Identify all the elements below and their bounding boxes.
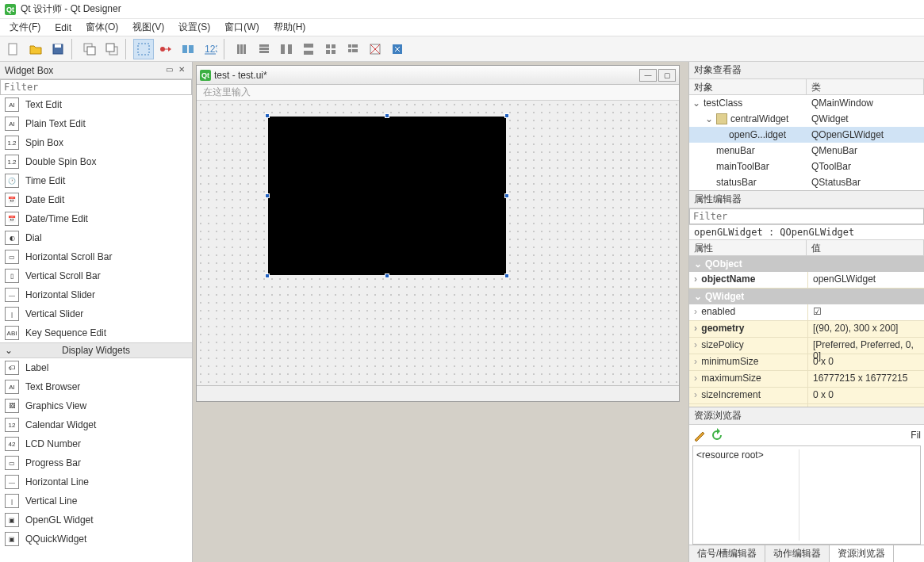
property-list[interactable]: QObjectobjectNameopenGLWidgetQWidgetenab… bbox=[689, 256, 924, 407]
property-row[interactable]: minimumSize0 x 0 bbox=[689, 354, 924, 371]
tree-row[interactable]: mainToolBarQToolBar bbox=[689, 159, 924, 174]
widget-item[interactable]: 🖼Graphics View bbox=[0, 396, 192, 415]
widget-box-list[interactable]: AIText EditAIPlain Text Edit1.2Spin Box1… bbox=[0, 95, 192, 562]
float-icon[interactable]: ▭ bbox=[163, 65, 174, 76]
menu-view[interactable]: 视图(V) bbox=[126, 19, 171, 36]
col-property[interactable]: 属性 bbox=[689, 240, 807, 255]
property-value[interactable]: openGLWidget bbox=[808, 272, 924, 288]
edit-resource-icon[interactable] bbox=[692, 428, 707, 442]
resize-handle[interactable] bbox=[504, 113, 509, 118]
col-object[interactable]: 对象 bbox=[689, 79, 807, 94]
edit-tab-icon[interactable]: 123 bbox=[200, 39, 220, 59]
resize-handle[interactable] bbox=[385, 113, 389, 118]
property-filter[interactable] bbox=[689, 208, 924, 224]
property-row[interactable]: sizeIncrement0 x 0 bbox=[689, 388, 924, 404]
col-class[interactable]: 类 bbox=[807, 79, 924, 94]
property-row[interactable]: geometry[(90, 20), 300 x 200] bbox=[689, 321, 924, 338]
widget-item[interactable]: 🏷Label bbox=[0, 358, 192, 377]
property-value[interactable]: 0 x 0 bbox=[808, 354, 924, 370]
menu-edit[interactable]: Edit bbox=[48, 21, 78, 35]
open-file-icon[interactable] bbox=[25, 39, 46, 59]
tab-actions[interactable]: 动作编辑器 bbox=[765, 545, 830, 562]
widget-item[interactable]: AIText Edit bbox=[0, 95, 192, 114]
property-value[interactable]: [(90, 20), 300 x 200] bbox=[808, 321, 924, 337]
new-file-icon[interactable] bbox=[3, 39, 24, 59]
break-layout-icon[interactable] bbox=[365, 39, 385, 59]
widget-item[interactable]: ▯Vertical Scroll Bar bbox=[0, 266, 192, 285]
form-window[interactable]: Qt test - test.ui* — ▢ 在这里输入 bbox=[196, 65, 680, 402]
object-inspector-tree[interactable]: 对象 类 ⌄testClassQMainWindow⌄centralWidget… bbox=[689, 79, 924, 191]
widget-item[interactable]: —Horizontal Line bbox=[0, 472, 192, 491]
resize-handle[interactable] bbox=[385, 273, 389, 278]
minimize-icon[interactable]: — bbox=[639, 69, 657, 82]
property-row[interactable]: enabled☑ bbox=[689, 304, 924, 321]
widget-item[interactable]: —Horizontal Slider bbox=[0, 285, 192, 304]
property-row[interactable]: maximumSize16777215 x 16777215 bbox=[689, 371, 924, 388]
form-client-area[interactable] bbox=[197, 101, 679, 385]
expander-icon[interactable]: ⌄ bbox=[705, 113, 713, 124]
widget-item[interactable]: 12Calendar Widget bbox=[0, 415, 192, 434]
tree-row[interactable]: ⌄testClassQMainWindow bbox=[689, 95, 924, 111]
close-icon[interactable]: ✕ bbox=[176, 65, 187, 76]
widget-item[interactable]: ▣QQuickWidget bbox=[0, 530, 192, 549]
widget-item[interactable]: 🕐Time Edit bbox=[0, 171, 192, 190]
property-row[interactable]: objectNameopenGLWidget bbox=[689, 272, 924, 289]
edit-widgets-icon[interactable] bbox=[133, 39, 154, 59]
property-group[interactable]: QObject bbox=[689, 256, 924, 272]
layout-hsplit-icon[interactable] bbox=[276, 39, 297, 59]
tree-row[interactable]: menuBarQMenuBar bbox=[689, 143, 924, 159]
menu-file[interactable]: 文件(F) bbox=[3, 19, 47, 36]
widget-item[interactable]: ▭Horizontal Scroll Bar bbox=[0, 247, 192, 266]
menu-form[interactable]: 窗体(O) bbox=[79, 19, 125, 36]
tree-row[interactable]: statusBarQStatusBar bbox=[689, 174, 924, 190]
resize-handle[interactable] bbox=[265, 193, 270, 198]
widget-item[interactable]: ◐Dial bbox=[0, 228, 192, 247]
adjust-size-icon[interactable] bbox=[387, 39, 408, 59]
widget-item[interactable]: 📅Date Edit bbox=[0, 190, 192, 209]
property-row[interactable]: sizePolicy[Preferred, Preferred, 0, 0] bbox=[689, 338, 924, 354]
resize-handle[interactable] bbox=[265, 113, 270, 118]
expander-icon[interactable]: ⌄ bbox=[692, 97, 700, 109]
menu-settings[interactable]: 设置(S) bbox=[172, 19, 217, 36]
widget-item[interactable]: 📅Date/Time Edit bbox=[0, 209, 192, 228]
form-title-bar[interactable]: Qt test - test.ui* — ▢ bbox=[197, 66, 679, 85]
widget-item[interactable]: AIText Browser bbox=[0, 377, 192, 396]
widget-item[interactable]: ABIKey Sequence Edit bbox=[0, 323, 192, 342]
layout-v-icon[interactable] bbox=[254, 39, 274, 59]
bring-front-icon[interactable] bbox=[102, 39, 122, 59]
widget-item[interactable]: |Vertical Line bbox=[0, 491, 192, 510]
widget-item[interactable]: 1.2Spin Box bbox=[0, 133, 192, 152]
widget-item[interactable]: ▭Progress Bar bbox=[0, 453, 192, 472]
resize-handle[interactable] bbox=[504, 193, 509, 198]
menu-help[interactable]: 帮助(H) bbox=[267, 19, 312, 36]
edit-buddies-icon[interactable] bbox=[178, 39, 198, 59]
maximize-icon[interactable]: ▢ bbox=[658, 69, 676, 82]
form-menubar[interactable]: 在这里输入 bbox=[197, 85, 679, 101]
save-file-icon[interactable] bbox=[48, 39, 68, 59]
property-value[interactable]: [Preferred, Preferred, 0, 0] bbox=[808, 338, 924, 354]
property-value[interactable]: 16777215 x 16777215 bbox=[808, 371, 924, 387]
send-back-icon[interactable] bbox=[79, 39, 100, 59]
layout-h-icon[interactable] bbox=[232, 39, 252, 59]
property-value[interactable]: ☑ bbox=[808, 304, 924, 320]
widget-item[interactable]: ▣OpenGL Widget bbox=[0, 510, 192, 530]
property-group[interactable]: QWidget bbox=[689, 289, 924, 304]
widget-item[interactable]: AIPlain Text Edit bbox=[0, 114, 192, 133]
layout-vsplit-icon[interactable] bbox=[298, 39, 319, 59]
widget-category[interactable]: Display Widgets bbox=[0, 342, 192, 358]
layout-form-icon[interactable] bbox=[343, 39, 363, 59]
resize-handle[interactable] bbox=[265, 273, 270, 278]
widget-box-filter[interactable] bbox=[0, 79, 192, 95]
col-value[interactable]: 值 bbox=[807, 240, 924, 255]
widget-item[interactable]: 42LCD Number bbox=[0, 434, 192, 453]
opengl-widget[interactable] bbox=[268, 117, 506, 275]
edit-signals-icon[interactable] bbox=[155, 39, 176, 59]
widget-item[interactable]: |Vertical Slider bbox=[0, 304, 192, 323]
tree-row[interactable]: ⌄centralWidgetQWidget bbox=[689, 111, 924, 127]
property-value[interactable]: 0 x 0 bbox=[808, 388, 924, 403]
tab-signals[interactable]: 信号/槽编辑器 bbox=[689, 545, 765, 562]
resource-root[interactable]: <resource root> bbox=[696, 449, 764, 461]
reload-resource-icon[interactable] bbox=[710, 428, 724, 442]
tree-row[interactable]: openG...idgetQOpenGLWidget bbox=[689, 127, 924, 143]
layout-grid-icon[interactable] bbox=[320, 39, 341, 59]
